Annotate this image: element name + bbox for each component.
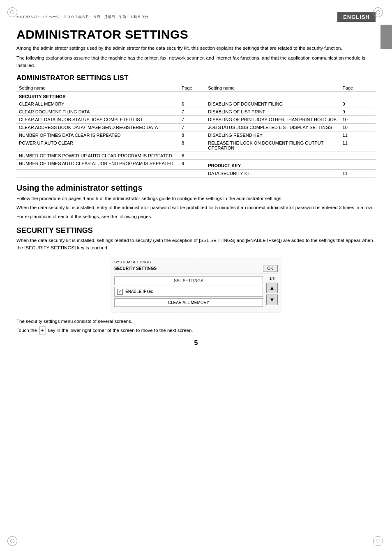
settings-table: Setting name Page Setting name Page SECU…: [16, 84, 376, 177]
screen-down-button[interactable]: ▼: [266, 295, 278, 305]
table-row: POWER UP AUTO CLEAR 8 RELEASE THE LOCK O…: [16, 139, 376, 152]
col-header-page2: Page: [340, 84, 376, 92]
main-title: ADMINISTRATOR SETTINGS: [16, 28, 376, 41]
setting-name: [205, 152, 340, 160]
setting-page: 11: [340, 139, 376, 152]
english-badge: ENGLISH: [337, 12, 376, 22]
screen-mockup-wrapper: SYSTEM SETTINGS SECURITY SETTINGS OK SSL…: [16, 257, 376, 313]
bottom-text-prefix: Touch the: [16, 328, 37, 333]
setting-name: DISABLING OF LIST PRINT: [205, 108, 340, 116]
table-row: CLEAR ADDRESS BOOK DATA/ IMAGE SEND REGI…: [16, 124, 376, 131]
setting-name: POWER UP AUTO CLEAR: [16, 139, 179, 152]
product-key-label: PRODUCT KEY: [205, 160, 340, 170]
setting-name: CLEAR ADDRESS BOOK DATA/ IMAGE SEND REGI…: [16, 124, 179, 131]
table-row: CLEAR ALL DATA IN JOB STATUS JOBS COMPLE…: [16, 116, 376, 124]
screen-ok-button[interactable]: OK: [263, 265, 278, 272]
col-header-page: Page: [179, 84, 201, 92]
setting-page: [179, 170, 201, 177]
setting-name: CLEAR ALL DATA IN JOB STATUS JOBS COMPLE…: [16, 116, 179, 124]
screen-security-label: SECURITY SETTINGS: [114, 266, 157, 271]
screen-ssl-item[interactable]: SSL SETTINGS: [114, 276, 263, 285]
using-heading: Using the administrator settings: [16, 183, 376, 193]
bottom-plus-button: +: [39, 327, 46, 334]
setting-page: 6: [179, 100, 201, 108]
setting-page: 8: [179, 139, 201, 152]
security-heading: SECURITY SETTINGS: [16, 226, 376, 235]
setting-page: 7: [179, 108, 201, 116]
security-section-row: SECURITY SETTINGS: [16, 92, 376, 101]
corner-mark-tr: [373, 7, 385, 19]
bottom-text-1: The security settings menu consists of s…: [16, 318, 376, 325]
setting-page: 11: [340, 170, 376, 177]
screen-nav: 1/5 ▲ ▼: [266, 276, 278, 309]
table-row: DATA SECURITY KIT 11: [16, 170, 376, 177]
setting-name: CLEAR ALL MEMORY: [16, 100, 179, 108]
screen-clear-memory-item[interactable]: CLEAR ALL MEMORY: [114, 298, 263, 307]
screen-page-label: 1/5: [270, 276, 275, 281]
using-text-1: Follow the procedure on pages 4 and 5 of…: [16, 195, 376, 203]
setting-page: 8: [179, 131, 201, 139]
screen-up-button[interactable]: ▲: [266, 283, 278, 293]
setting-page: 7: [179, 116, 201, 124]
setting-name: RELEASE THE LOCK ON DOCUMENT FILING OUTP…: [205, 139, 340, 152]
setting-name: NUMBER OF TIMES DATA CLEAR IS REPEATED: [16, 131, 179, 139]
table-row: NUMBER OF TIMES POWER UP AUTO CLEAR PROG…: [16, 152, 376, 160]
top-info: MX-FRX6U.book 5 ページ ２００７年６月１８日 月曜日 午前１１時…: [16, 14, 148, 20]
english-tab: [380, 25, 392, 49]
setting-page: 10: [340, 124, 376, 131]
setting-page: 10: [340, 116, 376, 124]
top-bar: MX-FRX6U.book 5 ページ ２００７年６月１８日 月曜日 午前１１時…: [16, 12, 376, 22]
security-text: When the data security kit is installed,…: [16, 237, 376, 252]
col-header-name: Setting name: [16, 84, 179, 92]
screen-mockup: SYSTEM SETTINGS SECURITY SETTINGS OK SSL…: [110, 257, 282, 313]
setting-name: JOB STATUS JOBS COMPLETED LIST DISPLAY S…: [205, 124, 340, 131]
setting-name: DATA SECURITY KIT: [205, 170, 340, 177]
setting-page: 8: [179, 152, 201, 160]
setting-name: DISABLING OF DOCUMENT FILING: [205, 100, 340, 108]
setting-page: 11: [340, 131, 376, 139]
corner-mark-bl: [7, 536, 19, 548]
bottom-text-suffix: key in the lower right corner of the scr…: [48, 328, 193, 333]
setting-page: 7: [179, 124, 201, 131]
screen-items: SSL SETTINGS ✓ ENABLE IPsec CLEAR ALL ME…: [114, 276, 263, 309]
setting-page: 9: [179, 160, 201, 170]
table-row: NUMBER OF TIMES AUTO CLEAR AT JOB END PR…: [16, 160, 376, 170]
setting-page: [340, 152, 376, 160]
corner-mark-tl: [7, 7, 19, 19]
table-row: NUMBER OF TIMES DATA CLEAR IS REPEATED 8…: [16, 131, 376, 139]
setting-name: DISABLING RESEND KEY: [205, 131, 340, 139]
table-row: CLEAR DOCUMENT FILING DATA 7 DISABLING O…: [16, 108, 376, 116]
screen-content: SSL SETTINGS ✓ ENABLE IPsec CLEAR ALL ME…: [114, 276, 278, 309]
bottom-text-2: Touch the + key in the lower right corne…: [16, 327, 376, 334]
intro-text-2: The following explanations assume that t…: [16, 55, 376, 69]
col-header-name2: Setting name: [205, 84, 340, 92]
screen-ipsec-item[interactable]: ✓ ENABLE IPsec: [114, 287, 263, 297]
setting-page: 9: [340, 100, 376, 108]
setting-name: [16, 170, 179, 177]
security-section-label: SECURITY SETTINGS: [16, 92, 201, 101]
using-text-2: When the data security kit is installed,…: [16, 204, 376, 212]
setting-page: 9: [340, 108, 376, 116]
setting-name: NUMBER OF TIMES AUTO CLEAR AT JOB END PR…: [16, 160, 179, 170]
screen-ipsec-label: ENABLE IPsec: [125, 289, 153, 294]
corner-mark-br: [373, 536, 385, 548]
screen-top-row: SYSTEM SETTINGS: [114, 260, 278, 264]
setting-name: NUMBER OF TIMES POWER UP AUTO CLEAR PROG…: [16, 152, 179, 160]
table-section-heading: ADMINISTRATOR SETTINGS LIST: [16, 74, 376, 82]
intro-text-1: Among the administrator settings used by…: [16, 45, 376, 52]
table-row: CLEAR ALL MEMORY 6 DISABLING OF DOCUMENT…: [16, 100, 376, 108]
screen-system-settings-label: SYSTEM SETTINGS: [114, 260, 151, 264]
setting-name: DISABLING OF PRINT JOBS OTHER THAN PRINT…: [205, 116, 340, 124]
using-text-3: For explanations of each of the settings…: [16, 213, 376, 221]
screen-header-row: SECURITY SETTINGS OK: [114, 265, 278, 274]
setting-name: CLEAR DOCUMENT FILING DATA: [16, 108, 179, 116]
screen-checkbox[interactable]: ✓: [117, 289, 123, 295]
page-number: 5: [16, 339, 376, 347]
